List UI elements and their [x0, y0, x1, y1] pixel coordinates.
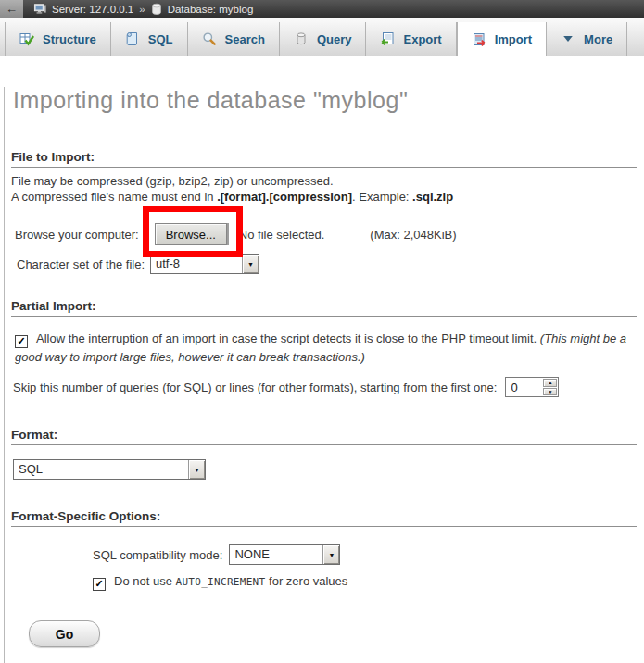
auto-increment-checkbox[interactable]: ✓ [93, 578, 106, 591]
breadcrumb-server[interactable]: Server: 127.0.0.1 [52, 4, 133, 15]
tab-bar: Structure SQL Search Query [0, 18, 644, 56]
tab-label: Import [495, 32, 532, 46]
skip-queries-input[interactable]: 0 ▲ ▼ [505, 377, 559, 397]
format-select[interactable]: SQL ▼ [13, 459, 206, 480]
section-heading-format-specific: Format-Specific Options: [11, 509, 637, 527]
spinner-down-button[interactable]: ▼ [543, 388, 557, 396]
allow-interruption-row: ✓Allow the interruption of an import in … [11, 330, 641, 366]
sql-icon [125, 31, 140, 46]
format-selected-value: SQL [14, 460, 188, 479]
server-icon [33, 3, 47, 16]
auto-increment-row: ✓Do not use AUTO_INCREMENT for zero valu… [93, 574, 637, 591]
section-heading-format: Format: [11, 428, 637, 445]
tab-search[interactable]: Search [188, 22, 280, 56]
tab-sql[interactable]: SQL [111, 22, 188, 56]
auto-increment-label-suffix: for zero values [265, 574, 347, 588]
page-title: Importing into the database "myblog" [13, 87, 637, 114]
format-compression-pattern: .[format].[compression] [217, 190, 352, 204]
skip-queries-label: Skip this number of queries (for SQL) or… [13, 381, 497, 394]
no-file-selected-text: No file selected. [239, 228, 325, 242]
compression-help-text: File may be compressed (gzip, bzip2, zip… [11, 173, 637, 205]
structure-icon [19, 31, 34, 46]
breadcrumb-database[interactable]: Database: myblog [168, 4, 254, 15]
sql-compat-label: SQL compatibility mode: [93, 548, 222, 562]
query-icon [294, 31, 309, 46]
tab-export[interactable]: Export [366, 22, 456, 56]
tab-more[interactable]: More [547, 22, 627, 56]
charset-select[interactable]: utf-8 ▼ [150, 254, 259, 274]
browse-row: Browse your computer: Browse... No file … [11, 223, 637, 245]
spinner-buttons: ▲ ▼ [543, 379, 557, 395]
tab-label: Search [225, 32, 265, 46]
sql-compat-selected-value: NONE [230, 545, 322, 564]
max-upload-size: (Max: 2,048KiB) [370, 228, 456, 242]
charset-selected-value: utf-8 [151, 255, 242, 273]
breadcrumb-separator: » [139, 4, 145, 15]
dropdown-arrow-icon[interactable]: ▼ [188, 460, 205, 479]
example-extension: .sql.zip [412, 190, 453, 204]
tab-label: SQL [148, 32, 173, 46]
breadcrumb-bar: ← Server: 127.0.0.1 » Database: myblog [0, 0, 644, 18]
dropdown-arrow-icon[interactable]: ▼ [242, 255, 259, 273]
chevron-down-icon [561, 31, 575, 46]
tab-import[interactable]: Import [457, 22, 547, 56]
phpmyadmin-import-page: ← Server: 127.0.0.1 » Database: myblog S… [0, 0, 644, 663]
back-button[interactable]: ← [0, 0, 23, 18]
charset-label: Character set of the file: [17, 257, 145, 271]
allow-interruption-checkbox[interactable]: ✓ [15, 335, 28, 348]
tab-structure[interactable]: Structure [5, 22, 111, 56]
main-content: Importing into the database "myblog" Fil… [4, 87, 644, 663]
spinner-up-button[interactable]: ▲ [543, 379, 557, 387]
section-heading-file-to-import: File to Import: [11, 150, 637, 168]
database-icon [150, 3, 163, 16]
skip-queries-value: 0 [507, 379, 543, 395]
auto-increment-code: AUTO_INCREMENT [176, 576, 266, 588]
auto-increment-label-prefix: Do not use [114, 574, 176, 588]
sql-compat-select[interactable]: NONE ▼ [229, 544, 340, 565]
search-icon [202, 31, 217, 46]
go-button[interactable]: Go [29, 620, 100, 647]
dropdown-arrow-icon[interactable]: ▼ [322, 545, 339, 564]
tab-label: Query [317, 32, 352, 46]
export-icon [380, 31, 395, 46]
sql-compat-row: SQL compatibility mode: NONE ▼ [93, 544, 637, 565]
tab-label: More [584, 32, 612, 46]
back-arrow-icon: ← [6, 2, 18, 16]
import-icon [472, 32, 486, 47]
skip-queries-row: Skip this number of queries (for SQL) or… [11, 377, 637, 397]
charset-row: Character set of the file: utf-8 ▼ [11, 254, 637, 274]
section-heading-partial-import: Partial Import: [11, 299, 637, 317]
tab-label: Structure [43, 32, 96, 46]
tab-label: Export [403, 32, 441, 46]
tab-query[interactable]: Query [280, 22, 367, 56]
allow-interruption-label: Allow the interruption of an import in c… [36, 332, 540, 345]
browse-button[interactable]: Browse... [155, 223, 227, 245]
browse-label: Browse your computer: [15, 228, 139, 242]
